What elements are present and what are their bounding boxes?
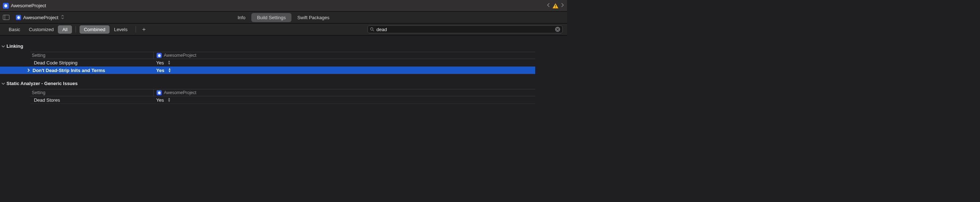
settings-table: Setting AwesomeProject Dead Code Strippi… xyxy=(30,52,535,74)
tab-swift-packages[interactable]: Swift Packages xyxy=(291,13,335,22)
title-bar: AwesomeProject xyxy=(0,0,567,11)
section-title: Linking xyxy=(6,43,23,49)
divider xyxy=(135,26,136,32)
setting-label: Don't Dead-Strip Inits and Terms xyxy=(31,68,105,73)
settings-content: Linking Setting AwesomeProject Dead Code… xyxy=(0,35,567,104)
settings-table: Setting AwesomeProject Dead Stores Yes xyxy=(30,89,535,104)
scope-all[interactable]: All xyxy=(58,25,72,34)
column-target-label: AwesomeProject xyxy=(164,53,196,58)
table-header: Setting AwesomeProject xyxy=(30,52,535,59)
project-icon xyxy=(157,53,162,58)
breadcrumb-project[interactable]: AwesomeProject xyxy=(23,15,58,20)
project-icon xyxy=(3,3,9,9)
svg-line-3 xyxy=(373,30,374,31)
column-target: AwesomeProject xyxy=(153,52,535,59)
column-target-label: AwesomeProject xyxy=(164,90,196,95)
section-header[interactable]: Linking xyxy=(0,42,567,52)
search-icon xyxy=(370,27,374,32)
setting-value[interactable]: Yes ▲▼ xyxy=(153,96,535,104)
view-combined[interactable]: Combined xyxy=(80,25,110,34)
scope-segmented-control: Basic Customized All xyxy=(4,25,72,34)
column-target: AwesomeProject xyxy=(153,90,535,96)
path-bar: AwesomeProject Info Build Settings Swift… xyxy=(0,11,567,24)
editor-tabs: Info Build Settings Swift Packages xyxy=(232,13,335,22)
search-input[interactable] xyxy=(377,27,553,32)
tab-build-settings[interactable]: Build Settings xyxy=(251,13,292,22)
stepper-icon: ▲▼ xyxy=(167,98,171,103)
view-levels[interactable]: Levels xyxy=(110,25,132,34)
section-header[interactable]: Static Analyzer - Generic Issues xyxy=(0,79,567,89)
filter-bar: Basic Customized All Combined Levels ＋ xyxy=(0,24,567,35)
setting-row-dead-code-stripping[interactable]: Dead Code Stripping Yes ▲▼ xyxy=(30,59,535,67)
project-icon xyxy=(157,90,162,95)
breadcrumb-dropdown-icon[interactable] xyxy=(61,15,64,20)
chevron-down-icon xyxy=(2,45,5,48)
setting-value[interactable]: Yes ▲▼ xyxy=(153,67,535,74)
search-field[interactable] xyxy=(368,25,563,33)
svg-point-2 xyxy=(371,28,373,30)
section-title: Static Analyzer - Generic Issues xyxy=(6,81,78,86)
add-button[interactable]: ＋ xyxy=(141,26,147,33)
setting-label: Dead Stores xyxy=(33,98,60,103)
sidebar-toggle-icon[interactable] xyxy=(3,15,10,20)
section-static-analyzer: Static Analyzer - Generic Issues Setting… xyxy=(0,79,567,104)
svg-rect-0 xyxy=(555,5,556,6)
setting-row-dont-dead-strip[interactable]: Don't Dead-Strip Inits and Terms Yes ▲▼ xyxy=(0,67,535,74)
chevron-down-icon xyxy=(2,82,5,85)
nav-back-icon[interactable] xyxy=(547,3,550,8)
clear-search-icon[interactable] xyxy=(555,27,560,32)
table-header: Setting AwesomeProject xyxy=(30,89,535,96)
project-title: AwesomeProject xyxy=(11,3,46,8)
column-setting: Setting xyxy=(30,90,153,95)
svg-rect-1 xyxy=(555,7,556,8)
setting-value[interactable]: Yes ▲▼ xyxy=(153,59,535,66)
warning-icon[interactable] xyxy=(552,3,558,8)
scope-basic[interactable]: Basic xyxy=(4,25,25,34)
view-segmented-control: Combined Levels xyxy=(80,25,132,34)
stepper-icon: ▲▼ xyxy=(167,60,171,65)
section-linking: Linking Setting AwesomeProject Dead Code… xyxy=(0,42,567,74)
setting-label: Dead Code Stripping xyxy=(33,60,78,66)
setting-row-dead-stores[interactable]: Dead Stores Yes ▲▼ xyxy=(30,96,535,104)
scope-customized[interactable]: Customized xyxy=(25,25,58,34)
project-icon xyxy=(16,15,21,20)
stepper-icon: ▲▼ xyxy=(168,68,171,73)
nav-forward-icon[interactable] xyxy=(560,3,564,8)
chevron-right-icon[interactable] xyxy=(27,69,30,72)
divider xyxy=(76,26,76,32)
tab-info[interactable]: Info xyxy=(232,13,251,22)
column-setting: Setting xyxy=(30,53,153,58)
